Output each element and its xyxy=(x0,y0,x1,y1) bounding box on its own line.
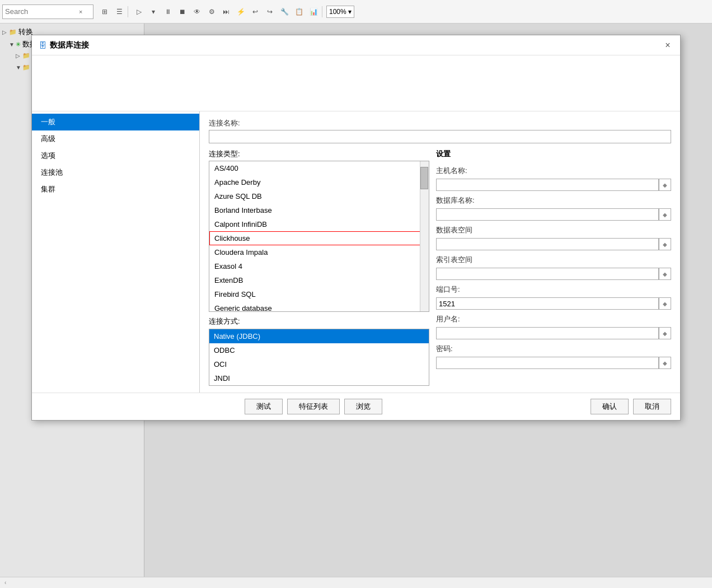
settings-hostname: 主机名称: ◆ xyxy=(436,166,671,191)
nav-item-cluster[interactable]: 集群 xyxy=(32,181,199,198)
nav-item-general[interactable]: 一般 xyxy=(32,114,199,130)
port-input-row: ◆ xyxy=(436,297,671,310)
browse-button[interactable]: 浏览 xyxy=(344,399,382,414)
list-icon[interactable]: ☰ xyxy=(113,5,126,18)
dbname-label: 数据库名称: xyxy=(436,195,671,206)
connection-name-input-row xyxy=(209,130,671,143)
zoom-value: 100% xyxy=(329,8,346,16)
settings-tablespace: 数据表空间 ◆ xyxy=(436,225,671,250)
indextablespace-label: 索引表空间 xyxy=(436,255,671,265)
conn-type-clickhouse[interactable]: Clickhouse xyxy=(209,231,429,245)
footer-center-buttons: 测试 特征列表 浏览 xyxy=(41,399,586,414)
username-input[interactable] xyxy=(436,327,659,339)
toolbar-separator-1 xyxy=(128,6,128,17)
conn-section: 连接类型: AS/400 Apache Derby Azure SQL DB B… xyxy=(209,149,671,386)
hostname-pick-button[interactable]: ◆ xyxy=(659,179,671,191)
settings-password: 密码: ◆ xyxy=(436,344,671,369)
conn-right: 设置 主机名称: ◆ xyxy=(436,149,671,386)
conn-type-firebird[interactable]: Firebird SQL xyxy=(209,287,429,301)
tool6-icon[interactable]: 📊 xyxy=(307,5,320,18)
grid-icon[interactable]: ⊞ xyxy=(98,5,111,18)
dialog-db-icon: 🗄 xyxy=(39,41,46,50)
toolbar-run-icons: ▷ ▾ ⏸ ⏹ 👁 ⚙ ⏭ ⚡ ↩ ↪ 🔧 📋 📊 xyxy=(132,5,320,18)
nav-item-pool[interactable]: 连接池 xyxy=(32,164,199,181)
tablespace-input-row: ◆ xyxy=(436,238,671,250)
conn-type-generic[interactable]: Generic database xyxy=(209,301,429,311)
pause-icon[interactable]: ⏸ xyxy=(161,5,175,18)
zoom-control[interactable]: 100% ▾ xyxy=(326,6,354,18)
settings-dbname: 数据库名称: ◆ xyxy=(436,195,671,221)
dialog-overlay: 🗄 数据库连接 × 一般 高级 选项 xyxy=(0,24,712,588)
conn-type-label: 连接类型: xyxy=(209,149,429,159)
password-input-row: ◆ xyxy=(436,357,671,369)
conn-method-odbc[interactable]: ODBC xyxy=(209,343,429,357)
indextablespace-input-row: ◆ xyxy=(436,268,671,280)
conn-type-list[interactable]: AS/400 Apache Derby Azure SQL DB Borland… xyxy=(209,161,429,311)
dialog-title: 数据库连接 xyxy=(50,40,662,50)
conn-type-exasol[interactable]: Exasol 4 xyxy=(209,259,429,273)
dialog-close-button[interactable]: × xyxy=(662,40,673,51)
search-box: × xyxy=(2,4,93,19)
tablespace-input[interactable] xyxy=(436,238,659,250)
conn-type-borland[interactable]: Borland Interbase xyxy=(209,203,429,217)
stop-icon[interactable]: ⏹ xyxy=(176,5,189,18)
hostname-label: 主机名称: xyxy=(436,166,671,176)
conn-type-extendb[interactable]: ExtenDB xyxy=(209,273,429,287)
tablespace-pick-button[interactable]: ◆ xyxy=(659,238,671,250)
conn-type-apachederby[interactable]: Apache Derby xyxy=(209,175,429,189)
conn-type-as400[interactable]: AS/400 xyxy=(209,161,429,175)
feature-list-button[interactable]: 特征列表 xyxy=(287,399,340,414)
search-input[interactable] xyxy=(5,7,78,16)
tool2-icon[interactable]: ↩ xyxy=(249,5,262,18)
test-button[interactable]: 测试 xyxy=(245,399,283,414)
zoom-dropdown-icon[interactable]: ▾ xyxy=(348,8,352,16)
port-pick-button[interactable]: ◆ xyxy=(659,297,671,310)
tool1-icon[interactable]: ⚡ xyxy=(234,5,247,18)
run-icon[interactable]: ▷ xyxy=(132,5,146,18)
confirm-button[interactable]: 确认 xyxy=(591,399,629,414)
cancel-button[interactable]: 取消 xyxy=(633,399,671,414)
indextablespace-pick-button[interactable]: ◆ xyxy=(659,268,671,280)
password-input[interactable] xyxy=(436,357,659,369)
toolbar-icons: ⊞ ☰ xyxy=(98,5,126,18)
port-input[interactable] xyxy=(436,297,659,310)
connection-name-label: 连接名称: xyxy=(209,118,671,128)
bottom-chevron-icon: ‹ xyxy=(4,580,6,586)
conn-type-scrollbar-thumb[interactable] xyxy=(420,167,428,189)
dialog-footer: 测试 特征列表 浏览 确认 取消 xyxy=(32,393,680,420)
tool4-icon[interactable]: 🔧 xyxy=(278,5,291,18)
conn-method-native[interactable]: Native (JDBC) xyxy=(209,329,429,343)
tool3-icon[interactable]: ↪ xyxy=(263,5,277,18)
settings-icon[interactable]: ⚙ xyxy=(205,5,218,18)
conn-type-calpont[interactable]: Calpont InfiniDB xyxy=(209,217,429,231)
indextablespace-input[interactable] xyxy=(436,268,659,280)
username-label: 用户名: xyxy=(436,314,671,324)
conn-type-scrollbar[interactable] xyxy=(420,161,429,311)
search-clear-button[interactable]: × xyxy=(79,8,82,15)
tablespace-label: 数据表空间 xyxy=(436,225,671,235)
step-icon[interactable]: ⏭ xyxy=(219,5,233,18)
nav-item-options[interactable]: 选项 xyxy=(32,147,199,164)
tool5-icon[interactable]: 📋 xyxy=(292,5,306,18)
dbname-input[interactable] xyxy=(436,208,659,221)
nav-item-advanced[interactable]: 高级 xyxy=(32,130,199,147)
run-dropdown-icon[interactable]: ▾ xyxy=(147,5,160,18)
dialog-right-content: 连接名称: 连接类型: AS/400 xyxy=(200,111,680,393)
preview-icon[interactable]: 👁 xyxy=(190,5,204,18)
password-pick-button[interactable]: ◆ xyxy=(659,357,671,369)
connection-name-input[interactable] xyxy=(209,130,671,143)
conn-type-azuresql[interactable]: Azure SQL DB xyxy=(209,189,429,203)
conn-type-cloudera[interactable]: Cloudera Impala xyxy=(209,245,429,259)
username-pick-button[interactable]: ◆ xyxy=(659,327,671,339)
hostname-input[interactable] xyxy=(436,179,659,191)
port-label: 端口号: xyxy=(436,284,671,295)
conn-method-jndi[interactable]: JNDI xyxy=(209,371,429,385)
bottom-bar: ‹ xyxy=(0,577,712,588)
dialog-body: 一般 高级 选项 连接池 集群 xyxy=(32,111,680,393)
settings-username: 用户名: ◆ xyxy=(436,314,671,339)
dbname-pick-button[interactable]: ◆ xyxy=(659,208,671,221)
footer-right-buttons: 确认 取消 xyxy=(591,399,671,414)
connection-name-field: 连接名称: xyxy=(209,118,671,143)
conn-method-oci[interactable]: OCI xyxy=(209,357,429,371)
dialog-top-area xyxy=(32,55,680,111)
